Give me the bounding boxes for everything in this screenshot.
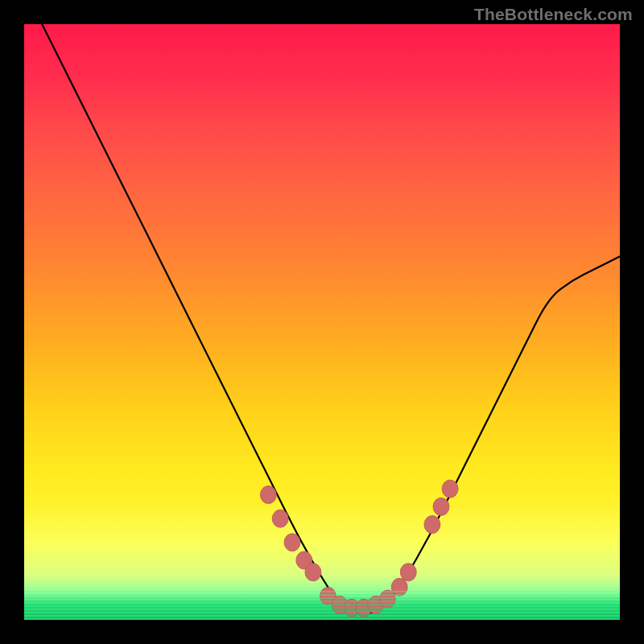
- bottom-green-bands: [24, 589, 620, 620]
- marker-dot: [272, 510, 288, 527]
- chart-frame: TheBottleneck.com: [0, 0, 644, 644]
- marker-dot: [284, 534, 300, 551]
- marker-dot: [442, 480, 458, 497]
- marker-dot: [260, 486, 276, 504]
- marker-dot: [424, 516, 440, 534]
- marker-dot: [433, 497, 449, 515]
- plot-svg: [24, 24, 620, 620]
- plot-area: [24, 24, 620, 620]
- watermark-text: TheBottleneck.com: [474, 5, 633, 24]
- marker-dot: [400, 564, 416, 581]
- marker-dot: [305, 564, 321, 581]
- bottleneck-curve: [36, 24, 620, 614]
